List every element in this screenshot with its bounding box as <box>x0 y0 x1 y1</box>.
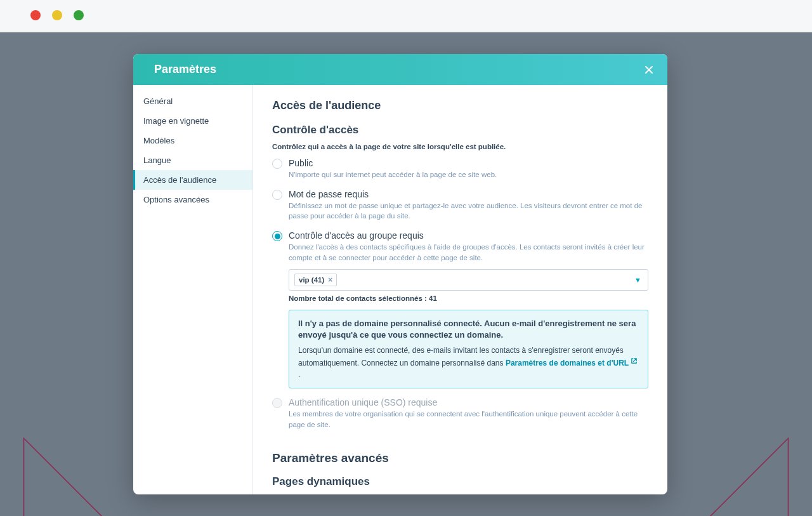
sidebar-item-thumbnail[interactable]: Image en vignette <box>133 111 252 131</box>
decorative-triangle-left <box>19 433 114 516</box>
backdrop: Paramètres Général Image en vignette Mod… <box>0 32 812 516</box>
section-acl-subtitle: Contrôlez qui a accès à la page de votre… <box>272 143 648 150</box>
settings-sidebar: Général Image en vignette Modèles Langue… <box>133 85 253 494</box>
traffic-red <box>30 10 41 20</box>
option-password: Mot de passe requis Définissez un mot de… <box>272 189 648 222</box>
group-tag-remove[interactable]: × <box>328 275 332 284</box>
sidebar-item-general[interactable]: Général <box>133 91 252 111</box>
group-select[interactable]: vip (41) × ▼ <box>289 269 648 291</box>
option-sso-label: Authentification unique (SSO) requise <box>289 397 648 407</box>
sidebar-item-templates[interactable]: Modèles <box>133 131 252 150</box>
close-icon <box>644 65 654 75</box>
section-acl-title: Contrôle d'accès <box>272 124 648 136</box>
option-public-label: Public <box>289 158 648 168</box>
dropdown-caret-icon: ▼ <box>634 276 641 284</box>
page-heading: Accès de l'audience <box>272 99 648 112</box>
domain-warning-desc: Lorsqu'un domaine est connecté, des e-ma… <box>298 345 639 380</box>
radio-public[interactable] <box>272 159 282 169</box>
sidebar-item-audience-access[interactable]: Accès de l'audience <box>133 170 252 190</box>
option-password-label: Mot de passe requis <box>289 189 648 199</box>
option-group-desc: Donnez l'accès à des contacts spécifique… <box>289 242 648 263</box>
radio-sso <box>272 398 282 408</box>
traffic-yellow <box>52 10 62 20</box>
settings-content: Accès de l'audience Contrôle d'accès Con… <box>253 85 667 494</box>
section-dynamic-title: Pages dynamiques <box>272 475 648 488</box>
domain-warning: Il n'y a pas de domaine personnalisé con… <box>289 310 648 388</box>
modal-body: Général Image en vignette Modèles Langue… <box>133 85 667 494</box>
option-sso-desc: Les membres de votre organisation qui se… <box>289 409 648 430</box>
settings-modal: Paramètres Général Image en vignette Mod… <box>133 54 667 494</box>
radio-password[interactable] <box>272 190 282 200</box>
radio-group[interactable] <box>272 231 282 241</box>
group-tag-text: vip (41) <box>299 276 324 284</box>
sidebar-item-advanced-options[interactable]: Options avancées <box>133 190 252 209</box>
traffic-green <box>74 10 84 20</box>
total-contacts: Nombre total de contacts sélectionnés : … <box>289 294 648 302</box>
option-group: Contrôle d'accès au groupe requis Donnez… <box>272 230 648 263</box>
window-traffic-lights <box>30 10 84 20</box>
close-button[interactable] <box>642 63 656 77</box>
option-public-desc: N'importe qui sur internet peut accéder … <box>289 169 648 180</box>
option-group-label: Contrôle d'accès au groupe requis <box>289 230 648 241</box>
section-advanced-title: Paramètres avancés <box>272 451 648 465</box>
sidebar-item-language[interactable]: Langue <box>133 150 252 170</box>
modal-header: Paramètres <box>133 54 667 85</box>
group-tag: vip (41) × <box>294 274 337 286</box>
decorative-triangle-right <box>698 433 793 516</box>
domain-warning-suffix: . <box>298 370 300 379</box>
domain-warning-title: Il n'y a pas de domaine personnalisé con… <box>298 318 639 340</box>
modal-title: Paramètres <box>154 63 216 76</box>
option-sso: Authentification unique (SSO) requise Le… <box>272 397 648 430</box>
option-public: Public N'importe qui sur internet peut a… <box>272 158 648 180</box>
option-password-desc: Définissez un mot de passe unique et par… <box>289 201 648 222</box>
external-link-icon <box>631 357 638 367</box>
domain-settings-link[interactable]: Paramètres de domaines et d'URL <box>506 359 638 367</box>
